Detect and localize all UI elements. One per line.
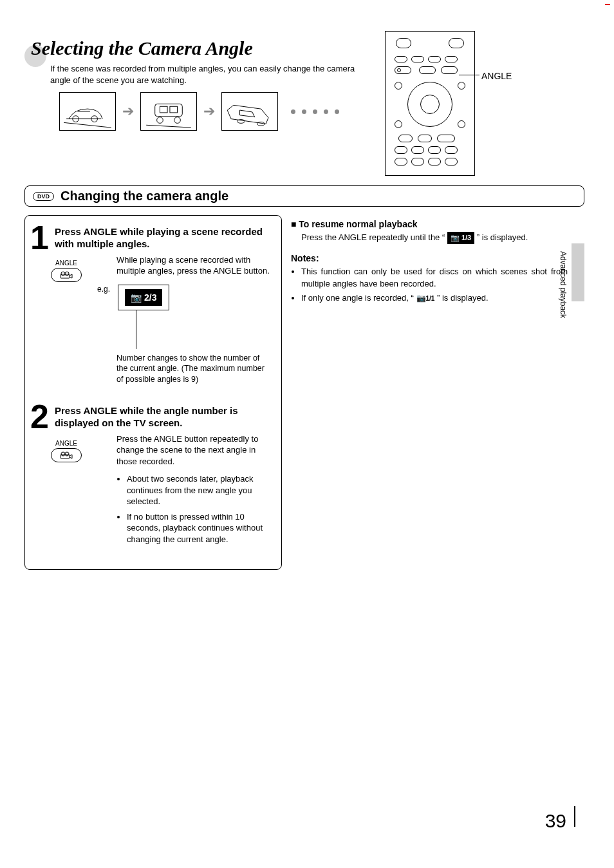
svg-point-7	[61, 272, 65, 276]
ellipsis-dots	[291, 109, 339, 114]
osd-angle-value: 1/1	[426, 295, 435, 302]
notes-list: This function can only be used for discs…	[291, 266, 568, 304]
angle-button-label: ANGLE	[51, 259, 82, 267]
resume-post: ” is displayed.	[477, 232, 528, 242]
svg-rect-2	[170, 106, 178, 113]
page-number-rule	[574, 806, 575, 827]
section-heading: Changing the camera angle	[60, 189, 228, 203]
section-heading-bar: DVD Changing the camera angle	[24, 185, 584, 207]
camera-icon: 📷	[131, 292, 142, 303]
svg-rect-1	[160, 106, 167, 113]
angle-button-label: ANGLE	[51, 440, 82, 447]
list-item: This function can only be used for discs…	[301, 266, 568, 289]
osd-example: e.g. 📷 2/3	[97, 285, 274, 310]
callout-line	[459, 75, 479, 75]
resume-text: Press the ANGLE repeatedly until the “ 📷…	[301, 232, 568, 244]
step-1-body: While playing a scene recorded with mult…	[116, 254, 274, 277]
angle-button-illustration: ANGLE	[51, 259, 82, 282]
note2-pre: If only one angle is recorded, “	[301, 293, 416, 303]
content-columns: 1 Press ANGLE while playing a scene reco…	[24, 215, 584, 570]
svg-point-8	[65, 272, 69, 276]
crop-mark	[605, 4, 610, 5]
osd-angle-chip: 📷 2/3	[125, 289, 162, 306]
steps-panel: 1 Press ANGLE while playing a scene reco…	[24, 215, 282, 570]
step-2-body-text: Press the ANGLE button repeatedly to cha…	[116, 434, 258, 466]
notes-heading: Notes:	[291, 253, 568, 263]
step-1: 1 Press ANGLE while playing a scene reco…	[33, 226, 274, 387]
resume-heading: To resume normal playback	[291, 219, 568, 229]
step-2-title: Press ANGLE while the angle number is di…	[55, 405, 274, 429]
car-angle-3	[221, 92, 278, 131]
camera-icon: 📷	[416, 294, 426, 303]
svg-point-6	[257, 122, 265, 126]
osd-angle-value: 2/3	[144, 292, 156, 303]
step-1-title: Press ANGLE while playing a scene record…	[55, 226, 274, 250]
eg-label: e.g.	[97, 285, 110, 294]
svg-point-10	[61, 452, 65, 456]
step-2: 2 Press ANGLE while the angle number is …	[33, 405, 274, 545]
remote-angle-callout: ANGLE	[481, 71, 512, 81]
step-2-bullets: About two seconds later, playback contin…	[116, 473, 274, 545]
resume-pre: Press the ANGLE repeatedly until the “	[301, 232, 447, 242]
list-item: If no button is pressed within 10 second…	[127, 511, 274, 545]
note2-post: ” is displayed.	[437, 293, 488, 303]
step-2-body: Press the ANGLE button repeatedly to cha…	[116, 433, 274, 545]
angle-button-icon	[51, 448, 82, 462]
arrow-icon: ➔	[122, 103, 134, 120]
page-title: Selecting the Camera Angle	[24, 37, 253, 59]
manual-page: Selecting the Camera Angle If the scene …	[24, 24, 584, 842]
step-number: 2	[30, 400, 48, 433]
title-block: Selecting the Camera Angle	[24, 37, 253, 59]
car-angle-1	[59, 92, 116, 131]
callout-line	[136, 310, 274, 349]
section-thumb-label: Advanced playback	[559, 251, 568, 318]
osd-angle-value: 1/3	[461, 233, 471, 243]
disc-type-badge: DVD	[33, 192, 54, 201]
svg-point-4	[174, 117, 181, 124]
notes-column: To resume normal playback Press the ANGL…	[291, 215, 568, 307]
list-item: About two seconds later, playback contin…	[127, 473, 274, 507]
angle-button-illustration: ANGLE	[51, 440, 82, 462]
intro-text: If the scene was recorded from multiple …	[50, 63, 372, 86]
camera-icon: 📷	[451, 233, 460, 243]
page-number: 39	[545, 810, 566, 832]
angle-button-icon	[51, 268, 82, 282]
list-item: If only one angle is recorded, “ 📷1/1 ” …	[301, 292, 568, 304]
step-number: 1	[30, 221, 48, 254]
angle-illustration-row: ➔ ➔	[59, 92, 339, 131]
osd-caption: Number changes to show the number of the…	[116, 353, 265, 386]
svg-point-11	[65, 452, 69, 456]
osd-angle-chip: 📷 1/3	[447, 232, 474, 244]
remote-control-diagram	[385, 31, 475, 176]
svg-point-3	[157, 117, 163, 124]
svg-rect-0	[155, 104, 183, 116]
arrow-icon: ➔	[203, 103, 215, 120]
section-thumb-tab	[572, 243, 584, 301]
car-angle-2	[140, 92, 197, 131]
